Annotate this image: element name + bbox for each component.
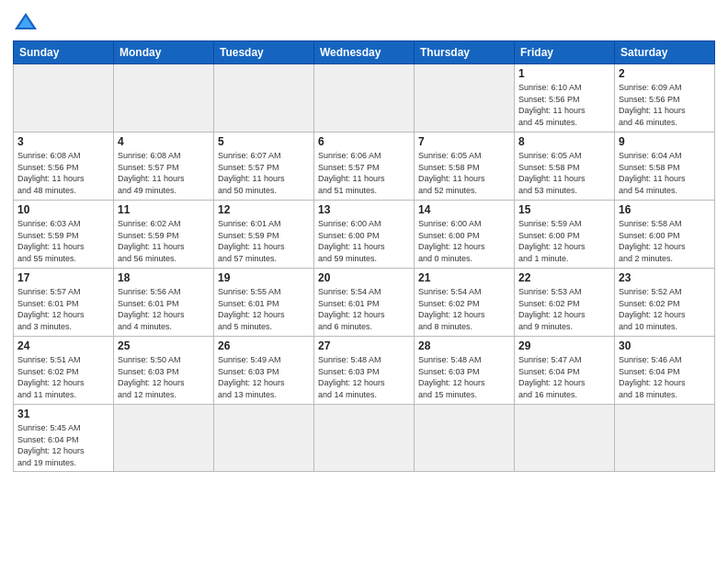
calendar-header-monday: Monday (114, 41, 214, 64)
day-info: Sunrise: 5:47 AM Sunset: 6:04 PM Dayligh… (518, 354, 610, 400)
day-number: 7 (418, 135, 510, 148)
day-number: 22 (518, 271, 610, 284)
calendar-cell (114, 64, 214, 132)
day-number: 13 (318, 203, 410, 216)
day-info: Sunrise: 6:10 AM Sunset: 5:56 PM Dayligh… (518, 82, 610, 128)
calendar-header-friday: Friday (515, 41, 615, 64)
day-info: Sunrise: 5:52 AM Sunset: 6:02 PM Dayligh… (619, 286, 711, 332)
calendar-cell: 27Sunrise: 5:48 AM Sunset: 6:03 PM Dayli… (314, 337, 415, 405)
calendar-cell: 12Sunrise: 6:01 AM Sunset: 5:59 PM Dayli… (214, 201, 314, 269)
day-number: 16 (619, 203, 711, 216)
calendar-cell (415, 405, 515, 472)
calendar-cell (314, 64, 415, 132)
day-number: 3 (17, 135, 109, 148)
day-number: 23 (619, 271, 711, 284)
logo-icon (13, 9, 39, 35)
calendar-header-sunday: Sunday (14, 41, 114, 64)
calendar-week-row: 10Sunrise: 6:03 AM Sunset: 5:59 PM Dayli… (14, 201, 715, 269)
day-number: 14 (418, 203, 510, 216)
calendar-table: SundayMondayTuesdayWednesdayThursdayFrid… (13, 40, 715, 472)
day-info: Sunrise: 6:08 AM Sunset: 5:56 PM Dayligh… (17, 150, 109, 196)
calendar-cell: 21Sunrise: 5:54 AM Sunset: 6:02 PM Dayli… (415, 269, 515, 337)
day-info: Sunrise: 5:58 AM Sunset: 6:00 PM Dayligh… (619, 218, 711, 264)
day-number: 25 (118, 339, 210, 352)
day-number: 11 (118, 203, 210, 216)
calendar-cell (415, 64, 515, 132)
calendar-cell: 24Sunrise: 5:51 AM Sunset: 6:02 PM Dayli… (14, 337, 114, 405)
day-info: Sunrise: 5:50 AM Sunset: 6:03 PM Dayligh… (118, 354, 210, 400)
day-number: 12 (218, 203, 310, 216)
day-info: Sunrise: 5:55 AM Sunset: 6:01 PM Dayligh… (218, 286, 310, 332)
calendar-cell: 23Sunrise: 5:52 AM Sunset: 6:02 PM Dayli… (615, 269, 715, 337)
calendar-week-row: 24Sunrise: 5:51 AM Sunset: 6:02 PM Dayli… (14, 337, 715, 405)
day-number: 31 (17, 408, 109, 420)
calendar-header-row: SundayMondayTuesdayWednesdayThursdayFrid… (14, 41, 715, 64)
calendar-header-tuesday: Tuesday (214, 41, 314, 64)
day-info: Sunrise: 5:48 AM Sunset: 6:03 PM Dayligh… (418, 354, 510, 400)
calendar-cell: 6Sunrise: 6:06 AM Sunset: 5:57 PM Daylig… (314, 132, 415, 201)
calendar-cell: 11Sunrise: 6:02 AM Sunset: 5:59 PM Dayli… (114, 201, 214, 269)
calendar-cell: 30Sunrise: 5:46 AM Sunset: 6:04 PM Dayli… (615, 337, 715, 405)
day-number: 6 (318, 135, 410, 148)
day-info: Sunrise: 6:07 AM Sunset: 5:57 PM Dayligh… (218, 150, 310, 196)
calendar-cell: 18Sunrise: 5:56 AM Sunset: 6:01 PM Dayli… (114, 269, 214, 337)
calendar-week-row: 31Sunrise: 5:45 AM Sunset: 6:04 PM Dayli… (14, 405, 715, 472)
day-info: Sunrise: 5:54 AM Sunset: 6:01 PM Dayligh… (318, 286, 410, 332)
calendar-cell: 1Sunrise: 6:10 AM Sunset: 5:56 PM Daylig… (515, 64, 615, 132)
calendar-header-wednesday: Wednesday (314, 41, 415, 64)
calendar-cell: 14Sunrise: 6:00 AM Sunset: 6:00 PM Dayli… (415, 201, 515, 269)
calendar-cell: 28Sunrise: 5:48 AM Sunset: 6:03 PM Dayli… (415, 337, 515, 405)
day-number: 29 (518, 339, 610, 352)
day-number: 28 (418, 339, 510, 352)
day-info: Sunrise: 5:53 AM Sunset: 6:02 PM Dayligh… (518, 286, 610, 332)
day-number: 8 (518, 135, 610, 148)
calendar-cell: 17Sunrise: 5:57 AM Sunset: 6:01 PM Dayli… (14, 269, 114, 337)
calendar-cell: 22Sunrise: 5:53 AM Sunset: 6:02 PM Dayli… (515, 269, 615, 337)
day-info: Sunrise: 5:45 AM Sunset: 6:04 PM Dayligh… (17, 422, 109, 468)
day-number: 18 (118, 271, 210, 284)
calendar-cell: 4Sunrise: 6:08 AM Sunset: 5:57 PM Daylig… (114, 132, 214, 201)
day-info: Sunrise: 5:54 AM Sunset: 6:02 PM Dayligh… (418, 286, 510, 332)
day-info: Sunrise: 6:00 AM Sunset: 6:00 PM Dayligh… (418, 218, 510, 264)
day-number: 30 (619, 339, 711, 352)
day-number: 9 (619, 135, 711, 148)
logo (13, 9, 42, 35)
day-number: 4 (118, 135, 210, 148)
day-number: 15 (518, 203, 610, 216)
day-info: Sunrise: 6:05 AM Sunset: 5:58 PM Dayligh… (418, 150, 510, 196)
day-number: 27 (318, 339, 410, 352)
day-info: Sunrise: 6:02 AM Sunset: 5:59 PM Dayligh… (118, 218, 210, 264)
day-info: Sunrise: 5:46 AM Sunset: 6:04 PM Dayligh… (619, 354, 711, 400)
calendar-cell: 10Sunrise: 6:03 AM Sunset: 5:59 PM Dayli… (14, 201, 114, 269)
calendar-cell: 20Sunrise: 5:54 AM Sunset: 6:01 PM Dayli… (314, 269, 415, 337)
day-number: 24 (17, 339, 109, 352)
day-info: Sunrise: 6:03 AM Sunset: 5:59 PM Dayligh… (17, 218, 109, 264)
calendar-cell: 25Sunrise: 5:50 AM Sunset: 6:03 PM Dayli… (114, 337, 214, 405)
day-number: 5 (218, 135, 310, 148)
day-number: 17 (17, 271, 109, 284)
day-number: 2 (619, 67, 711, 80)
calendar-page: SundayMondayTuesdayWednesdayThursdayFrid… (0, 0, 728, 563)
day-number: 20 (318, 271, 410, 284)
day-info: Sunrise: 6:01 AM Sunset: 5:59 PM Dayligh… (218, 218, 310, 264)
calendar-cell (615, 405, 715, 472)
calendar-cell: 19Sunrise: 5:55 AM Sunset: 6:01 PM Dayli… (214, 269, 314, 337)
calendar-cell: 16Sunrise: 5:58 AM Sunset: 6:00 PM Dayli… (615, 201, 715, 269)
day-info: Sunrise: 5:59 AM Sunset: 6:00 PM Dayligh… (518, 218, 610, 264)
calendar-cell: 3Sunrise: 6:08 AM Sunset: 5:56 PM Daylig… (14, 132, 114, 201)
calendar-week-row: 3Sunrise: 6:08 AM Sunset: 5:56 PM Daylig… (14, 132, 715, 201)
calendar-cell: 26Sunrise: 5:49 AM Sunset: 6:03 PM Dayli… (214, 337, 314, 405)
calendar-cell: 31Sunrise: 5:45 AM Sunset: 6:04 PM Dayli… (14, 405, 114, 472)
day-info: Sunrise: 5:51 AM Sunset: 6:02 PM Dayligh… (17, 354, 109, 400)
day-info: Sunrise: 6:06 AM Sunset: 5:57 PM Dayligh… (318, 150, 410, 196)
calendar-cell (214, 64, 314, 132)
calendar-cell: 8Sunrise: 6:05 AM Sunset: 5:58 PM Daylig… (515, 132, 615, 201)
calendar-header-saturday: Saturday (615, 41, 715, 64)
calendar-cell: 29Sunrise: 5:47 AM Sunset: 6:04 PM Dayli… (515, 337, 615, 405)
calendar-cell (214, 405, 314, 472)
calendar-header-thursday: Thursday (415, 41, 515, 64)
calendar-cell: 5Sunrise: 6:07 AM Sunset: 5:57 PM Daylig… (214, 132, 314, 201)
calendar-week-row: 1Sunrise: 6:10 AM Sunset: 5:56 PM Daylig… (14, 64, 715, 132)
day-number: 10 (17, 203, 109, 216)
day-info: Sunrise: 6:05 AM Sunset: 5:58 PM Dayligh… (518, 150, 610, 196)
